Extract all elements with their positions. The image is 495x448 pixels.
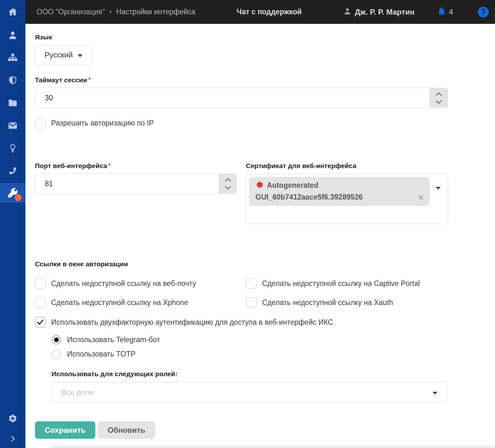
home-icon <box>8 7 18 17</box>
bell-icon <box>437 7 446 17</box>
roles-select[interactable]: Все роли <box>51 382 447 403</box>
hide-xauth-row: Сделать недоступной ссылку на Xauth <box>246 297 448 308</box>
chevron-down-icon <box>432 392 437 395</box>
breadcrumb: ООО "Организация" › Настройки интерфейса <box>37 8 195 16</box>
expand-icon <box>9 435 17 443</box>
sidebar <box>0 0 25 448</box>
breadcrumb-org[interactable]: ООО "Организация" <box>37 8 105 16</box>
lightbulb-icon <box>8 143 17 153</box>
roles-label: Использовать для следующих ролей: <box>51 370 448 378</box>
user-menu[interactable]: Дж. Р. Р. Мартин <box>343 7 415 17</box>
sidebar-item-telephony[interactable] <box>0 159 25 182</box>
session-timeout-label: Таймаут сессии <box>35 76 87 84</box>
hide-webmail-label: Сделать недоступной ссылку на веб-почту <box>51 279 196 288</box>
web-port-stepper[interactable] <box>219 173 237 194</box>
certificate-tag-text: Autogenerated GUI_60b7412aace5f6.3928952… <box>255 181 363 201</box>
two-factor-checkbox[interactable] <box>35 317 46 328</box>
chevron-down-icon <box>435 100 442 104</box>
session-timeout-stepper[interactable] <box>430 88 448 108</box>
save-button[interactable]: Сохранить <box>35 421 95 439</box>
two-factor-label: Использовать двухфакторную аутентификаци… <box>51 318 333 327</box>
two-factor-row: Использовать двухфакторную аутентификаци… <box>35 317 448 328</box>
telegram-bot-label: Использовать Telegram-бот <box>67 336 160 344</box>
allow-ip-auth-label: Разрешить авторизацию по IP <box>51 119 154 127</box>
mail-icon <box>8 120 18 131</box>
check-icon <box>37 318 44 326</box>
user-icon <box>8 30 18 40</box>
language-dropdown[interactable]: Русский <box>35 45 92 65</box>
shield-icon <box>8 76 17 85</box>
allow-ip-auth-row: Разрешить авторизацию по IP <box>35 118 448 128</box>
sidebar-item-monitoring[interactable] <box>0 137 25 159</box>
footer-strip <box>51 444 495 448</box>
topbar: ООО "Организация" › Настройки интерфейса… <box>25 0 495 24</box>
hide-xauth-label: Сделать недоступной ссылку на Xauth <box>262 298 393 307</box>
totp-radio[interactable] <box>52 350 61 359</box>
sidebar-item-home[interactable] <box>0 0 25 24</box>
sidebar-item-network[interactable] <box>0 46 25 69</box>
hide-webmail-row: Сделать недоступной ссылку на веб-почту <box>35 278 237 289</box>
hide-captive-portal-row: Сделать недоступной ссылку на Captive Po… <box>246 278 448 289</box>
telegram-bot-option[interactable]: Использовать Telegram-бот <box>52 335 448 344</box>
hide-xphone-label: Сделать недоступной ссылку на Xphone <box>51 298 188 307</box>
sidebar-expand-button[interactable] <box>0 430 25 448</box>
chevron-down-icon <box>78 54 83 57</box>
auth-links-heading: Ссылки в окне авторизации <box>35 260 448 268</box>
hide-xphone-checkbox[interactable] <box>35 297 46 308</box>
hide-xphone-row: Сделать недоступной ссылку на Xphone <box>35 297 237 308</box>
help-icon: ? <box>481 8 485 16</box>
session-timeout-input[interactable] <box>35 88 448 108</box>
totp-option[interactable]: Использовать TOTP <box>52 350 448 359</box>
user-name: Дж. Р. Р. Мартин <box>355 8 415 17</box>
main-content: Язык Русский Таймаут сессии* Разрешить а… <box>25 24 495 448</box>
breadcrumb-separator-icon: › <box>109 8 112 16</box>
hide-captive-portal-label: Сделать недоступной ссылку на Captive Po… <box>262 279 420 288</box>
notification-count-badge: 4 <box>449 8 453 17</box>
notifications-button[interactable]: 4 <box>437 7 453 17</box>
sidebar-spacer <box>0 203 25 407</box>
certificate-label: Сертификат для веб-интерфейса <box>246 162 356 169</box>
language-value: Русский <box>44 51 73 59</box>
chevron-up-icon <box>435 92 442 96</box>
language-label: Язык <box>35 33 448 41</box>
certificate-seal-icon <box>255 180 264 192</box>
phone-icon <box>8 166 17 175</box>
required-asterisk: * <box>88 76 91 83</box>
support-chat-link[interactable]: Чат с поддержкой <box>237 8 302 16</box>
folder-icon <box>8 98 18 108</box>
chevron-down-icon <box>224 186 231 190</box>
refresh-button[interactable]: Обновить <box>98 421 155 439</box>
chevron-up-icon <box>224 178 231 182</box>
help-button[interactable]: ? <box>478 7 489 17</box>
roles-placeholder: Все роли <box>61 388 432 397</box>
hide-captive-portal-checkbox[interactable] <box>246 278 257 289</box>
sidebar-item-users[interactable] <box>0 24 25 46</box>
user-icon <box>343 7 352 17</box>
web-port-label: Порт веб-интерфейса <box>35 162 107 169</box>
certificate-select[interactable]: Autogenerated GUI_60b7412aace5f6.3928952… <box>246 174 448 224</box>
sidebar-item-security[interactable] <box>0 69 25 92</box>
hide-xauth-checkbox[interactable] <box>246 297 257 308</box>
gear-icon <box>8 414 17 423</box>
sidebar-item-settings-current[interactable] <box>0 183 25 203</box>
hide-webmail-checkbox[interactable] <box>35 278 46 289</box>
required-asterisk: * <box>108 162 111 169</box>
alert-dot <box>15 194 22 201</box>
sidebar-item-mail[interactable] <box>0 114 25 137</box>
sidebar-item-files[interactable] <box>0 92 25 114</box>
sidebar-item-system[interactable] <box>0 407 25 430</box>
remove-certificate-icon[interactable]: ✕ <box>418 194 424 201</box>
totp-label: Использовать TOTP <box>67 350 135 358</box>
web-port-input[interactable] <box>35 173 237 194</box>
sitemap-icon <box>8 53 18 63</box>
allow-ip-auth-checkbox[interactable] <box>35 118 46 128</box>
breadcrumb-page: Настройки интерфейса <box>116 8 195 16</box>
certificate-tag: Autogenerated GUI_60b7412aace5f6.3928952… <box>249 177 429 206</box>
chevron-down-icon[interactable] <box>436 187 441 190</box>
telegram-bot-radio[interactable] <box>52 335 61 344</box>
